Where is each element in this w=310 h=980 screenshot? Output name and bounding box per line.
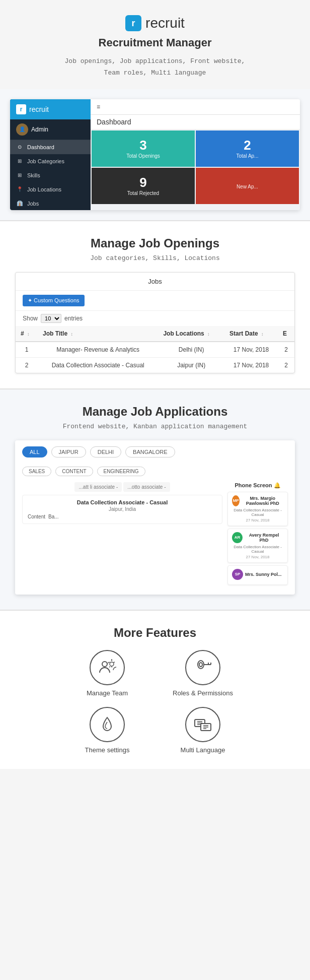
job-tag-content: Content [28,514,45,519]
svg-point-6 [111,659,112,660]
skill-tag-sales[interactable]: SALES [22,467,51,476]
table-header-row: # ↕ Job Title ↕ Job Locations ↕ Start Da… [16,326,294,342]
hero-section: r recruit Recruitment Manager Job openin… [0,0,310,89]
associate-label-1: ...att li associate - [74,482,122,492]
sidebar-item-job-categories[interactable]: ⊞ Job Categories [10,154,91,168]
multi-language-icon-circle [185,707,220,742]
svg-line-5 [113,662,115,663]
job-applications-section: Manage Job Applications Frontend website… [0,389,310,610]
stat-openings-value: 3 [139,139,146,152]
roles-permissions-icon [194,659,212,677]
candidate-avatar-1: AR [232,532,243,543]
app-window-applications: ALL JAIPUR DELHI BANGALORE SALES CONTENT… [15,440,295,595]
skills-icon: ⊞ [16,172,23,179]
candidate-date-0: 27 Nov, 2018 [232,518,283,522]
job-card-list: ...att li associate - ...otto associate … [22,482,222,587]
svg-point-8 [199,663,202,667]
candidate-card-2: SP Mrs. Sunny Pol... [227,565,288,585]
feature-roles-permissions: Roles & Permissions [160,650,246,697]
logo-name: recruit [145,15,185,31]
row2-title: Data Collection Associate - Casual [38,357,158,373]
candidate-date-1: 27 Nov, 2018 [232,555,283,559]
stat-rejected-value: 9 [139,176,146,189]
filter-delhi-btn[interactable]: DELHI [90,446,121,458]
job-entry-title: Data Collection Associate - Casual [28,499,217,505]
col-job-locations: Job Locations ↕ [158,326,224,342]
sidebar-item-job-locations[interactable]: 📍 Job Locations [10,182,91,197]
theme-settings-icon [98,715,116,734]
job-tag-extra: Ba... [48,514,59,519]
stat-card-new-ap: New Ap... [196,168,299,204]
jobs-table: # ↕ Job Title ↕ Job Locations ↕ Start Da… [16,326,294,373]
app-layout: r recruit 👤 Admin ⊙ Dashboard ⊞ Job Cate… [10,99,300,210]
main-content: ≡ Dashboard 3 Total Openings 2 Total Ap.… [91,99,300,210]
locations-icon: 📍 [16,186,23,193]
entries-label: entries [64,315,83,322]
sidebar-avatar: 👤 [16,123,28,136]
app-list-area: ...att li associate - ...otto associate … [15,479,295,595]
skill-tag-engineering[interactable]: ENGINEERING [97,467,145,476]
sidebar-item-skills[interactable]: ⊞ Skills [10,168,91,182]
skill-tag-content[interactable]: CONTENT [55,467,93,476]
row1-location: Delhi (IN) [158,342,224,358]
hero-subtitle-line1: Job openings, Job applications, Front we… [10,55,300,67]
row2-extra: 2 [278,357,294,373]
jobs-icon: 👔 [16,200,23,207]
svg-line-4 [109,662,110,663]
job-applications-title: Manage Job Applications [10,405,300,419]
skill-tags-bar: SALES CONTENT ENGINEERING [15,464,295,479]
stat-card-openings: 3 Total Openings [92,130,195,167]
row2-location: Jaipur (IN) [158,357,224,373]
stat-total-ap-value: 2 [244,139,251,152]
show-label: Show [23,315,38,322]
filter-bangalore-btn[interactable]: BANGALORE [125,446,175,458]
features-grid: Manage Team Roles & Permissions [64,650,246,754]
filter-jaipur-btn[interactable]: JAIPUR [51,446,86,458]
sidebar-item-jobs[interactable]: 👔 Jobs [10,197,91,210]
hero-subtitle-line2: Team roles, Multi language [10,67,300,79]
stat-card-rejected: 9 Total Rejected [92,168,195,204]
job-entry-tags: Content Ba... [28,514,217,519]
candidate-avatar-2: SP [232,569,243,580]
multi-language-icon [194,715,212,734]
topbar: ≡ [91,99,300,115]
row1-date: 17 Nov, 2018 [224,342,278,358]
filter-tabs-bar: ALL JAIPUR DELHI BANGALORE [15,440,295,464]
dashboard-page-title: Dashboard [91,115,300,129]
feature-label-theme: Theme settings [85,746,130,754]
row1-extra: 2 [278,342,294,358]
roles-permissions-icon-circle [185,650,220,685]
svg-point-7 [198,661,204,669]
phone-panel-title: Phone Screon 🔔 [227,482,288,489]
col-start-date: Start Date ↕ [224,326,278,342]
candidate-name-0: Mrs. Margio Pawlowski PhD [242,496,283,506]
stat-openings-label: Total Openings [126,153,160,159]
col-job-title: Job Title ↕ [38,326,158,342]
sidebar-item-dashboard[interactable]: ⊙ Dashboard [10,140,91,154]
sidebar-brand-name: recruit [29,105,49,113]
stats-grid: 3 Total Openings 2 Total Ap... 9 Total R… [91,129,300,205]
app-window-dashboard: r recruit 👤 Admin ⊙ Dashboard ⊞ Job Cate… [10,99,300,210]
filter-all-btn[interactable]: ALL [22,446,47,458]
custom-questions-button[interactable]: ✦ Custom Questions [23,295,85,306]
stat-total-ap-label: Total Ap... [237,153,259,159]
job-openings-title: Manage Job Openings [10,236,300,250]
sidebar: r recruit 👤 Admin ⊙ Dashboard ⊞ Job Cate… [10,99,91,210]
stat-new-ap-label: New Ap... [237,184,258,189]
candidate-name-1: Avery Rempel PhD [245,533,283,543]
phone-panel: Phone Screon 🔔 MP Mrs. Margio Pawlowski … [227,482,288,587]
candidate-role-1: Data Collection Associate - Casual [232,545,283,554]
table-toolbar: ✦ Custom Questions [16,291,294,311]
row1-num: 1 [16,342,38,358]
job-entry-location: Jaipur, India [28,506,217,512]
more-features-title: More Features [10,626,300,640]
stat-rejected-label: Total Rejected [127,190,159,196]
row2-num: 2 [16,357,38,373]
col-num: # ↕ [16,326,38,342]
stat-card-total-ap: 2 Total Ap... [196,130,299,167]
sidebar-brand-icon: r [16,104,26,114]
entries-select[interactable]: 10 25 50 [41,314,61,323]
hero-logo: r recruit [10,15,300,31]
job-openings-section: Manage Job Openings Job categories, Skil… [0,221,310,388]
table-row: 2 Data Collection Associate - Casual Jai… [16,357,294,373]
